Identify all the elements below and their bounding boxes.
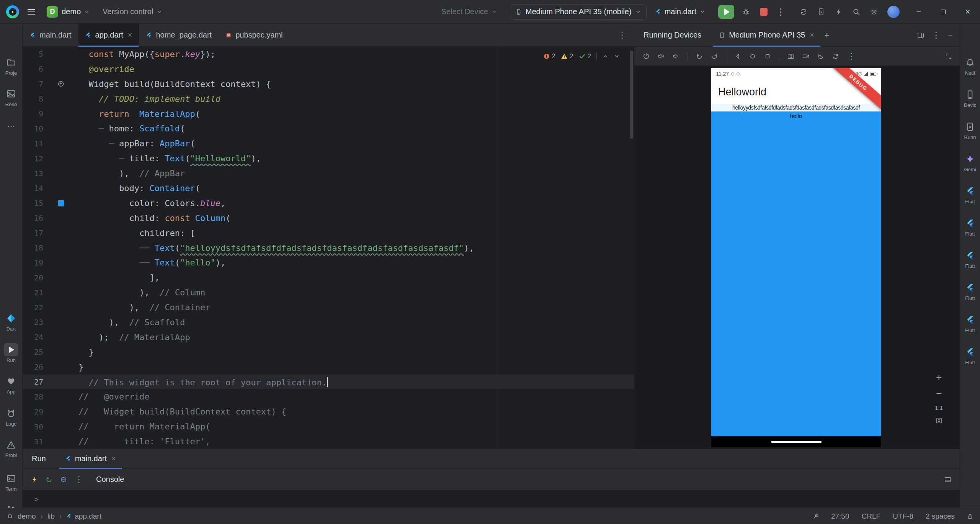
code-line[interactable]: 11 ─ appBar: AppBar( [23, 136, 634, 151]
line-separator[interactable]: CRLF [862, 512, 881, 521]
code-line[interactable]: 15 color: Colors.blue, [23, 196, 634, 211]
more-actions-button[interactable]: ⋮ [775, 7, 786, 17]
zoom-reset-button[interactable]: 1:1 [935, 404, 943, 411]
tool-button-logc[interactable]: Logc [0, 407, 22, 427]
checkg-inspection-badge[interactable]: 2 [579, 52, 591, 60]
breadcrumb-item-app-dart[interactable]: app.dart [66, 512, 101, 521]
code-line[interactable]: 19 ── Text("hello"), [23, 255, 634, 270]
recents-button[interactable] [764, 53, 771, 60]
split-icon[interactable] [917, 32, 924, 39]
color-gutter-icon[interactable] [43, 200, 78, 206]
minimize-button[interactable]: − [906, 0, 931, 24]
vcs-selector[interactable]: Version control [103, 7, 162, 16]
indent-setting[interactable]: 2 spaces [926, 512, 955, 521]
tool-button-more[interactable]: ⋯ [0, 120, 22, 133]
code-line[interactable]: 6 @override [23, 62, 634, 77]
tool-button-flutt[interactable]: Flutt [960, 313, 980, 333]
gesture-pill[interactable] [771, 441, 822, 443]
rotl-button[interactable] [696, 53, 703, 60]
user-avatar[interactable] [887, 6, 900, 18]
select-device-dropdown[interactable]: Select Device [441, 7, 497, 16]
rotr-button[interactable] [711, 53, 718, 60]
code-line[interactable]: 12 ─ title: Text("Helloworld"), [23, 151, 634, 166]
zoom-in-button[interactable]: + [936, 372, 942, 382]
code-line[interactable]: 28// @override [23, 389, 634, 404]
tool-button-proje[interactable]: Proje [0, 56, 22, 76]
code-line[interactable]: 23 ), // Scaffold [23, 315, 634, 330]
rerun-button[interactable] [46, 476, 52, 483]
close-icon[interactable]: × [111, 454, 116, 463]
more-button[interactable]: ⋮ [75, 475, 83, 484]
code-line[interactable]: 25 } [23, 345, 634, 360]
main-menu-icon[interactable] [28, 9, 35, 15]
tool-button-devic[interactable]: Devic [960, 88, 980, 108]
close-button[interactable]: × [956, 0, 980, 24]
instant-run-button[interactable] [831, 5, 846, 19]
code-line[interactable]: 31// title: 'Flutter', [23, 434, 634, 449]
console-output[interactable]: > [23, 490, 960, 508]
caret-position[interactable]: 27:50 [831, 512, 849, 521]
next-problem-button[interactable] [614, 53, 620, 59]
code-line[interactable]: 22 ), // Container [23, 300, 634, 315]
search-everywhere-button[interactable] [849, 5, 864, 19]
restore-button[interactable] [817, 53, 824, 60]
code-line[interactable]: 8 // TODO: implement build [23, 92, 634, 106]
fit-screen-icon[interactable] [936, 417, 942, 424]
code-line[interactable]: 18 ── Text("helloyydsfsdfafsdfdfadsfadsf… [23, 241, 634, 255]
debug-button[interactable] [739, 5, 753, 19]
run-button[interactable] [718, 5, 734, 19]
code-line[interactable]: 16 child: const Column( [23, 211, 634, 226]
editor-tab-app-dart[interactable]: app.dart× [78, 24, 139, 47]
device-tab[interactable]: Medium Phone API 35 × [713, 24, 820, 47]
device-dropdown[interactable]: Medium Phone API 35 (mobile) [510, 4, 647, 20]
bolt-button[interactable] [31, 476, 38, 483]
warn-inspection-badge[interactable]: 2 [561, 52, 573, 60]
code-line[interactable]: 24 ); // MaterialApp [23, 330, 634, 345]
code-line[interactable]: 14 body: Container( [23, 181, 634, 196]
tab-list-icon[interactable]: ⋮ [617, 30, 627, 41]
stop-button[interactable] [756, 5, 771, 19]
back-button[interactable] [734, 53, 741, 60]
tool-button-probl[interactable]: Probl [0, 438, 22, 458]
editor-tab-home-page-dart[interactable]: home_page.dart [139, 24, 219, 47]
sync-button[interactable] [832, 53, 839, 60]
code-line[interactable]: 10 ─ home: Scaffold( [23, 121, 634, 136]
breadcrumb-item-demo[interactable]: demo [18, 512, 36, 521]
color-preview-chip[interactable] [58, 200, 64, 206]
close-icon[interactable]: × [128, 31, 132, 39]
home-button[interactable] [749, 53, 756, 60]
code-line[interactable]: 21 ), // Column [23, 285, 634, 300]
close-icon[interactable]: × [810, 31, 814, 39]
settings-button[interactable] [867, 5, 881, 19]
layout-settings-icon[interactable] [944, 476, 951, 483]
power-button[interactable] [643, 53, 650, 60]
tool-button-flutt[interactable]: Flutt [960, 217, 980, 237]
video-button[interactable] [802, 53, 809, 60]
code-line[interactable]: 9 return MaterialApp( [23, 106, 634, 121]
override-gutter-icon[interactable] [43, 80, 78, 87]
code-line[interactable]: 29// Widget build(BuildContext context) … [23, 404, 634, 419]
code-line[interactable]: 20 ], [23, 270, 634, 285]
tool-button-gemi[interactable]: Gemi [960, 152, 980, 172]
more-button[interactable]: ⋮ [847, 52, 856, 61]
emulator-screen[interactable]: 11:27 3G Helloworld helloyydsfsdfafsdfdf… [711, 68, 881, 447]
tool-button-app[interactable]: App [0, 375, 22, 395]
file-encoding[interactable]: UTF-8 [893, 512, 913, 521]
editor-scrollbar[interactable] [630, 51, 633, 139]
camera-button[interactable] [787, 53, 794, 60]
globe-button[interactable] [60, 476, 67, 483]
code-line[interactable]: 17 children: [ [23, 226, 634, 241]
maximize-button[interactable] [931, 0, 956, 24]
zoom-out-button[interactable]: − [936, 388, 942, 398]
inspections-widget[interactable]: 222 [539, 51, 624, 62]
code-line[interactable]: 13 ), // AppBar [23, 166, 634, 181]
expand-icon[interactable] [945, 53, 952, 60]
project-selector[interactable]: D demo [47, 6, 90, 18]
code-line[interactable]: 7 Widget build(BuildContext context) { [23, 77, 634, 92]
wrench-icon[interactable] [813, 513, 819, 519]
voldown-button[interactable] [673, 53, 679, 60]
tool-button-reso[interactable]: Reso [0, 87, 22, 107]
tool-button-flutt[interactable]: Flutt [960, 346, 980, 365]
code-line[interactable]: 30// return MaterialApp( [23, 419, 634, 434]
tool-button-runn[interactable]: Runn [960, 120, 980, 140]
